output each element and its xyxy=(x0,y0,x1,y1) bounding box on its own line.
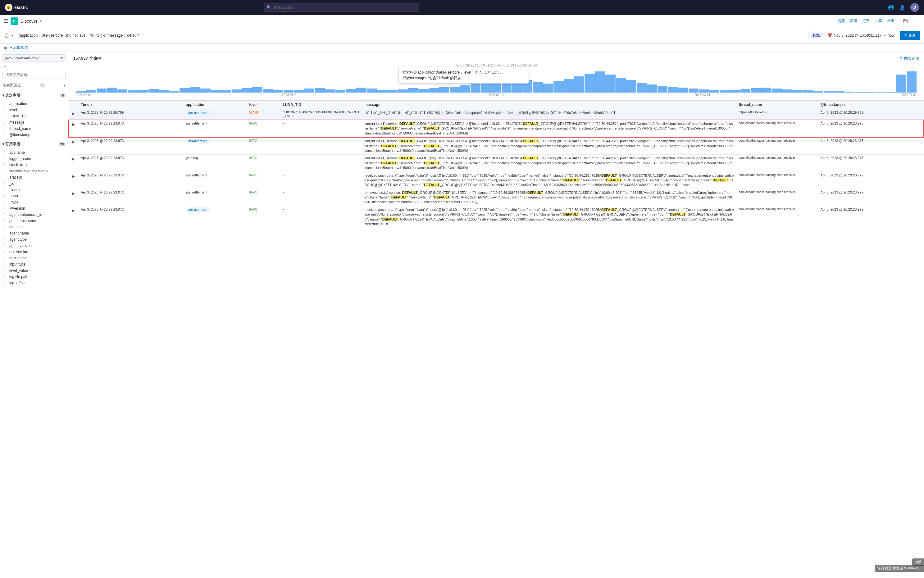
options-button[interactable]: 选项 xyxy=(837,18,845,24)
sidebar-field-message[interactable]: tmessage xyxy=(2,119,65,125)
highlight-default: DEFAULT xyxy=(424,183,440,187)
add-filter-button[interactable]: + 添加筛选 xyxy=(10,45,28,50)
chart-bar xyxy=(148,89,158,93)
sidebar-field-agent.ephemeral_id[interactable]: fagent.ephemeral_id xyxy=(2,211,65,218)
sidebar-field-agent.id[interactable]: fagent.id xyxy=(2,224,65,230)
sidebar-field-_type[interactable]: f_type xyxy=(2,199,65,205)
thread-name-col-header[interactable]: thread_name xyxy=(736,101,818,109)
expand-cell[interactable]: ▶ xyxy=(69,137,78,155)
sidebar-field-_index[interactable]: f_index xyxy=(2,187,65,193)
date-picker[interactable]: 📅 Nov 3, 2022 @ 16:59:31.217 → now xyxy=(825,32,897,39)
save-button[interactable]: 💾 保存 xyxy=(900,17,920,25)
index-pattern-selector[interactable]: java-luna-ms-ats-dev-* ▾ xyxy=(2,54,65,62)
query-expand-icon[interactable]: ▾ xyxy=(11,33,13,37)
user-settings-icon[interactable]: 👤 xyxy=(899,5,905,11)
message-cell: received push data: {"type":"dom","data"… xyxy=(362,206,736,228)
chart-bar xyxy=(252,87,262,93)
sidebar-field-level[interactable]: tlevel xyxy=(2,107,65,113)
sidebar-field-logger_name[interactable]: flogger_name xyxy=(2,156,65,162)
elastic-logo[interactable]: e elastic xyxy=(5,4,28,11)
chart-bar xyxy=(605,75,615,93)
query-input-wrap[interactable]: (application : "ats-usercore" and not le… xyxy=(16,30,809,41)
expand-button[interactable]: ▶ xyxy=(71,156,75,162)
expand-cell[interactable]: ▶ xyxy=(69,206,78,228)
sidebar-field-suricata.eve.timestamp[interactable]: fsuricata.eve.timestamp xyxy=(2,168,65,174)
query-options-icon[interactable]: 📋 xyxy=(4,33,9,38)
share-button[interactable]: 共享 xyxy=(875,18,882,24)
expand-cell[interactable]: ▶ xyxy=(69,155,78,172)
hamburger-menu-icon[interactable]: ☰ xyxy=(4,18,8,24)
field-type-icon: f xyxy=(4,244,8,248)
level-cell: INFO xyxy=(247,172,280,189)
inspect-button[interactable]: 检查 xyxy=(887,18,895,24)
sidebar-field-appname[interactable]: fappname xyxy=(2,149,65,156)
global-search-bar[interactable]: 🔍 xyxy=(264,3,419,12)
sidebar-field-ecs.version[interactable]: fecs.version xyxy=(2,249,65,255)
sidebar-field-_id[interactable]: f_id xyxy=(2,180,65,187)
message-col-header[interactable]: message xyxy=(362,101,736,109)
sidebar-field-@timestamp[interactable]: t@timestamp xyxy=(2,132,65,138)
field-search-input[interactable] xyxy=(2,71,65,79)
results-table: Time ↓ application level LUNA_TID messag… xyxy=(68,101,924,228)
expand-button[interactable]: ▶ xyxy=(71,139,75,145)
kql-badge[interactable]: KQL xyxy=(811,32,822,38)
settings-icon: ⚙ xyxy=(900,56,903,60)
global-search-input[interactable] xyxy=(264,3,419,12)
application-col-header[interactable]: application xyxy=(183,101,247,109)
timestamp-cell: Apr 3, 2023 @ 20:29:23.972 xyxy=(818,206,924,228)
info-icon[interactable]: ℹ xyxy=(292,114,294,119)
sidebar-field-@version[interactable]: f@version xyxy=(2,205,65,211)
expand-button[interactable]: ▶ xyxy=(71,173,75,179)
available-fields-header[interactable]: ▾ 可用字段 28 xyxy=(2,140,65,148)
expand-cell[interactable]: ▶ xyxy=(69,120,78,137)
field-type-icon: f xyxy=(4,226,8,229)
expand-cell[interactable]: ▶ xyxy=(69,172,78,189)
type-filter[interactable]: 按类型筛选 0 ▾ xyxy=(2,81,65,89)
sidebar-field-log.file.path[interactable]: flog.file.path xyxy=(2,274,65,280)
new-button[interactable]: 新建 xyxy=(850,18,857,24)
expand-button[interactable]: ▶ xyxy=(71,110,75,117)
expand-cell[interactable]: ▶ xyxy=(69,109,78,120)
timestamp-col-header[interactable]: @timestamp ↓ xyxy=(818,101,924,109)
chart-bar xyxy=(761,88,771,93)
sidebar-field-agent.type[interactable]: fagent.type xyxy=(2,236,65,243)
sidebar-field-log_offset[interactable]: flog_offset xyxy=(2,280,65,286)
selected-section-count: 6 xyxy=(60,94,65,97)
sidebar-menu-icon[interactable]: ··· xyxy=(2,64,6,69)
level-cell: INFO xyxy=(247,189,280,206)
sidebar-field-agent.hostname[interactable]: fagent.hostname xyxy=(2,218,65,224)
sidebar-field-_score[interactable]: f_score xyxy=(2,193,65,199)
sidebar-field-agent.name[interactable]: fagent.name xyxy=(2,230,65,236)
expand-button[interactable]: ▶ xyxy=(71,122,76,127)
level-col-header[interactable]: level xyxy=(247,101,280,109)
sidebar-field-level_value[interactable]: flevel_value xyxy=(2,268,65,274)
sidebar-field-stack_trace[interactable]: fstack_trace xyxy=(2,162,65,168)
sidebar-field-TraceId[interactable]: fTraceId xyxy=(2,174,65,180)
sidebar-field-input.type[interactable]: finput.type xyxy=(2,261,65,268)
chart-bar xyxy=(668,87,678,93)
time-col-header[interactable]: Time ↓ xyxy=(78,101,183,109)
avatar[interactable]: D xyxy=(910,3,919,12)
sidebar-field-thread_name[interactable]: tthread_name xyxy=(2,125,65,132)
expand-button[interactable]: ▶ xyxy=(71,190,75,196)
chart-bar xyxy=(263,89,273,93)
field-type-icon: t xyxy=(4,102,8,106)
message-cell: UC【UC_SYS_TIMEONLINE_COUNT】对应的请求【/timeOn… xyxy=(362,109,736,120)
sidebar-field-host.name[interactable]: fhost.name xyxy=(2,255,65,261)
available-section-label: ▾ 可用字段 xyxy=(2,141,20,147)
chart-settings-button[interactable]: ⚙ 图表选项 xyxy=(900,56,919,61)
open-button[interactable]: 打开 xyxy=(862,18,870,24)
selected-fields-header[interactable]: ▾ 选定字段 6 xyxy=(2,92,65,99)
luna-tid-col-header[interactable]: LUNA_TID xyxy=(280,101,362,109)
available-fields-list: fappnameflogger_namefstack_tracefsuricat… xyxy=(2,149,65,286)
refresh-button[interactable]: ↻ 刷新 xyxy=(900,31,920,40)
filter-icon[interactable]: ⊕ xyxy=(4,45,7,50)
help-icon[interactable]: 🌐 xyxy=(888,5,894,11)
highlight-default: DEFAULT xyxy=(424,144,440,148)
sidebar-field-LUNA_TID[interactable]: tLUNA_TID xyxy=(2,113,65,119)
sidebar-field-application[interactable]: tapplication xyxy=(2,101,65,107)
expand-cell[interactable]: ▶ xyxy=(69,189,78,206)
chevron-down-icon[interactable]: ▾ xyxy=(40,19,42,23)
expand-button[interactable]: ▶ xyxy=(71,208,75,213)
sidebar-field-agent.version[interactable]: fagent.version xyxy=(2,243,65,249)
